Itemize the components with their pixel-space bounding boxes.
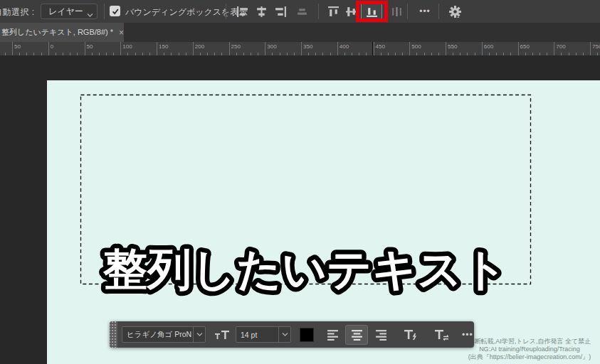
watermark: 無断転載,AI学習,トレス,自作発言 全て禁止 NG:AI training/R…: [461, 338, 598, 361]
align-top-edges-icon: [327, 6, 340, 18]
text-options-toolbar: ヒラギノ角ゴ ProN 14 pt: [110, 321, 474, 348]
align-horizontal-centers-icon: [256, 6, 268, 18]
ruler-label: 200: [195, 43, 204, 50]
chevron-down-icon: [87, 10, 93, 20]
ruler-label: 50: [87, 43, 93, 50]
align-horizontal-centers-button[interactable]: [253, 4, 270, 19]
chevron-down-icon: [193, 327, 205, 342]
more-options-button[interactable]: •••: [415, 4, 435, 19]
bounding-box-label: バウンディングボックスを表示: [125, 6, 247, 18]
distribute-vertical-icon: [391, 6, 403, 18]
ruler-label: 0: [51, 43, 53, 50]
align-vertical-centers-button[interactable]: [342, 4, 359, 19]
ruler-label: 700: [556, 43, 565, 50]
font-size-value: 14 pt: [236, 331, 278, 339]
font-family-value: ヒラギノ角ゴ ProN: [122, 330, 193, 340]
watermark-line-2: NG:AI training/Reuploading/Tracing: [461, 346, 598, 353]
distribute-vertical-button[interactable]: [388, 4, 405, 19]
watermark-line-3: (出典『https://belier-imagecreation.com/』): [461, 353, 598, 361]
distribute-horizontal-icon: [296, 6, 308, 18]
viewport: 整列したいテキスト: [0, 55, 600, 364]
ruler-label: 500: [411, 43, 421, 50]
font-size-icon: [214, 329, 230, 341]
font-family-dropdown[interactable]: ヒラギノ角ゴ ProN: [122, 326, 206, 343]
text-settings-button[interactable]: [433, 326, 451, 343]
separator: [438, 4, 439, 19]
text-toolbar-more-button[interactable]: •••: [462, 330, 473, 340]
align-left-edges-button[interactable]: [233, 4, 251, 19]
document-tab-bar: 整列したいテキスト, RGB/8#) * ×: [0, 23, 600, 42]
ruler-label: 650: [520, 43, 530, 50]
text-lightning-icon: [404, 328, 418, 341]
align-text-center-button[interactable]: [345, 325, 368, 345]
photoshop-window: 自動選択 : レイヤー バウンディングボックスを表示: [0, 0, 600, 364]
layer-dropdown-value: レイヤー: [48, 6, 83, 18]
ruler-label: 350: [303, 43, 312, 50]
distribute-horizontal-button[interactable]: [293, 4, 310, 19]
watermark-line-1: 無断転載,AI学習,トレス,自作発言 全て禁止: [461, 338, 598, 346]
ruler-label: 750: [592, 43, 600, 50]
align-right-edges-button[interactable]: [272, 4, 289, 19]
align-text-right-icon: [375, 328, 387, 341]
bounding-box-checkbox[interactable]: [110, 6, 120, 16]
font-size-dropdown[interactable]: 14 pt: [236, 326, 291, 343]
document-tab[interactable]: 整列したいテキスト, RGB/8#) * ×: [0, 23, 124, 42]
align-text-left-button[interactable]: [324, 326, 341, 343]
separator: [318, 4, 319, 19]
tab-close-icon[interactable]: ×: [119, 28, 124, 38]
separator: [104, 4, 105, 19]
align-right-edges-icon: [275, 6, 287, 18]
layer-text: 整列したいテキスト: [102, 245, 507, 294]
ruler-label: 450: [376, 43, 385, 50]
align-vertical-centers-icon: [345, 6, 357, 18]
ruler-label: 50: [14, 43, 21, 50]
separator: [226, 4, 226, 19]
ellipsis-icon: •••: [419, 6, 431, 16]
align-text-left-icon: [327, 328, 339, 341]
ruler-cursor-indicator: [372, 42, 373, 55]
document-tab-title: 整列したいテキスト, RGB/8#) *: [1, 27, 113, 38]
gear-icon: [448, 5, 462, 18]
text-effects-button[interactable]: [402, 326, 419, 343]
ruler-label: 600: [484, 43, 493, 50]
align-bottom-edges-button[interactable]: [361, 3, 382, 20]
align-top-edges-button[interactable]: [325, 4, 342, 19]
separator: [407, 4, 408, 19]
ruler-label: 250: [231, 43, 241, 50]
ruler-label: 550: [448, 43, 457, 50]
checkmark-icon: [111, 7, 120, 16]
ruler-label: 100: [122, 43, 132, 50]
ruler: 5005010015020025030035040045050055060065…: [0, 42, 600, 55]
auto-select-target-dropdown[interactable]: レイヤー: [41, 4, 98, 19]
ruler-label: 400: [340, 43, 349, 50]
options-bar: 自動選択 : レイヤー バウンディングボックスを表示: [0, 0, 600, 23]
align-left-edges-icon: [236, 6, 248, 18]
settings-gear-button[interactable]: [446, 4, 463, 19]
text-layer[interactable]: 整列したいテキスト: [89, 233, 544, 304]
align-bottom-edges-icon: [366, 6, 378, 18]
ruler-label: 150: [159, 43, 168, 50]
align-text-center-icon: [351, 328, 363, 341]
ruler-label: 300: [267, 43, 276, 50]
text-arrows-icon: [434, 328, 450, 341]
auto-select-label: 自動選択 :: [0, 6, 35, 18]
chevron-down-icon: [278, 327, 290, 342]
text-color-swatch[interactable]: [300, 328, 314, 342]
toolbar-drag-handle[interactable]: [110, 321, 117, 348]
align-text-right-button[interactable]: [372, 326, 389, 343]
